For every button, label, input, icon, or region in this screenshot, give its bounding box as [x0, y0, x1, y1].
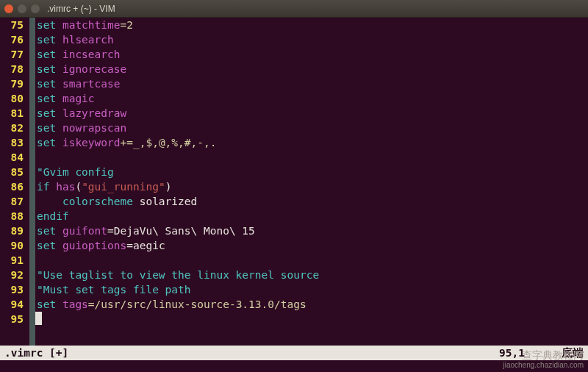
status-line: .vimrc [+] 95,1 底端 [0, 346, 588, 360]
line-number: 89 [0, 223, 24, 238]
code-line[interactable]: set matchtime=2 [37, 18, 319, 32]
code-line[interactable]: set nowrapscan [37, 121, 319, 135]
window-titlebar: .vimrc + (~) - VIM [0, 0, 588, 18]
sign-column [29, 18, 35, 346]
window-title: .vimrc + (~) - VIM [47, 1, 115, 16]
line-number: 84 [0, 150, 24, 165]
code-line[interactable]: set smartcase [37, 76, 319, 91]
line-number: 80 [0, 91, 24, 106]
close-icon[interactable] [4, 4, 13, 13]
editor-area[interactable]: 7576777879808182838485868788899091929394… [0, 18, 588, 346]
line-number: 86 [0, 179, 24, 194]
status-filename: .vimrc [+] [4, 346, 68, 360]
line-number: 88 [0, 209, 24, 223]
line-number: 92 [0, 268, 24, 282]
code-line[interactable]: set ignorecase [37, 62, 319, 76]
code-line[interactable]: colorscheme solarized [37, 194, 319, 209]
line-number-gutter: 7576777879808182838485868788899091929394… [0, 18, 29, 346]
line-number: 76 [0, 32, 24, 47]
code-line[interactable]: set lazyredraw [37, 106, 319, 121]
code-line[interactable]: set tags=/usr/src/linux-source-3.13.0/ta… [37, 297, 319, 312]
code-line[interactable]: set guioptions=aegic [37, 238, 319, 253]
code-line[interactable] [37, 312, 319, 326]
code-line[interactable] [37, 150, 319, 165]
line-number: 83 [0, 135, 24, 150]
line-number: 90 [0, 238, 24, 253]
line-number: 75 [0, 18, 24, 32]
watermark-text: 查字典教程网 [503, 350, 584, 360]
code-line[interactable]: "Gvim config [37, 165, 319, 179]
code-line[interactable]: endif [37, 209, 319, 223]
line-number: 85 [0, 165, 24, 179]
maximize-icon[interactable] [31, 4, 40, 13]
line-number: 95 [0, 312, 24, 326]
code-text[interactable]: set matchtime=2set hlsearchset incsearch… [35, 18, 319, 346]
code-line[interactable]: set iskeyword+=_,$,@,%,#,-,. [37, 135, 319, 150]
watermark-url: jiaocheng.chazidian.com [503, 360, 584, 371]
line-number: 79 [0, 76, 24, 91]
code-line[interactable]: "Use taglist to view the linux kernel so… [37, 268, 319, 282]
code-line[interactable]: set incsearch [37, 47, 319, 62]
line-number: 81 [0, 106, 24, 121]
line-number: 78 [0, 62, 24, 76]
line-number: 91 [0, 253, 24, 268]
code-line[interactable]: set hlsearch [37, 32, 319, 47]
code-line[interactable]: "Must set tags file path [37, 282, 319, 297]
command-line: -- 插入 -- [0, 360, 588, 372]
code-line[interactable]: if has("gui_running") [37, 179, 319, 194]
text-cursor [35, 312, 42, 325]
line-number: 94 [0, 297, 24, 312]
line-number: 82 [0, 121, 24, 135]
line-number: 87 [0, 194, 24, 209]
watermark: 查字典教程网 jiaocheng.chazidian.com [503, 350, 584, 371]
code-line[interactable]: set guifont=DejaVu\ Sans\ Mono\ 15 [37, 223, 319, 238]
code-line[interactable] [37, 253, 319, 268]
code-line[interactable]: set magic [37, 91, 319, 106]
line-number: 93 [0, 282, 24, 297]
line-number: 77 [0, 47, 24, 62]
minimize-icon[interactable] [18, 4, 26, 13]
window-buttons [4, 4, 40, 13]
